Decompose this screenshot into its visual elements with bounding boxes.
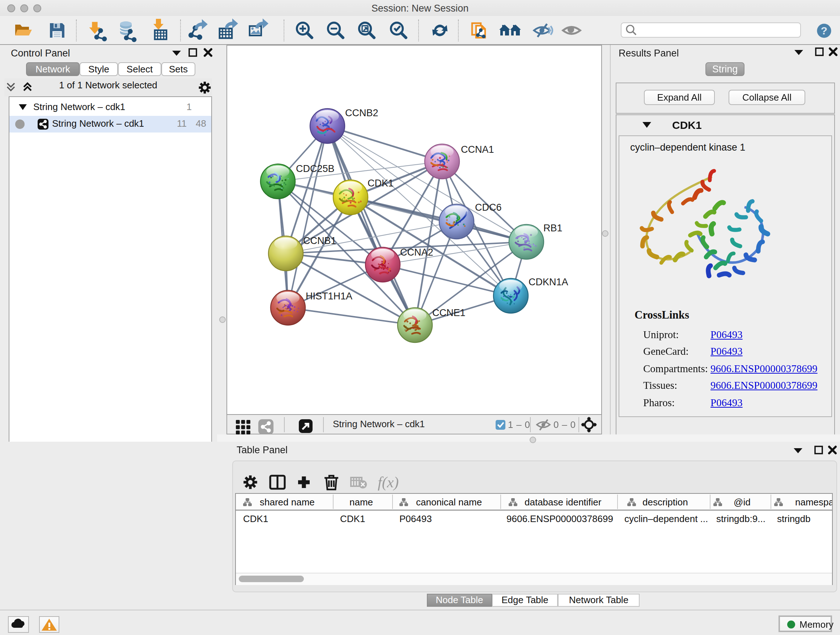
svg-text:CCNA2: CCNA2 [400, 247, 433, 258]
svg-text:@id: @id [734, 497, 751, 508]
svg-text:name: name [349, 497, 373, 508]
svg-text:CDK1: CDK1 [243, 513, 268, 524]
svg-text:RB1: RB1 [543, 223, 562, 233]
svg-text:CDK1: CDK1 [368, 178, 393, 188]
svg-text:?: ? [821, 25, 827, 36]
svg-text:CDC6: CDC6 [475, 202, 502, 213]
svg-text:stringdb: stringdb [777, 513, 811, 524]
svg-text:f(x): f(x) [378, 474, 399, 491]
svg-text:CDKN1A: CDKN1A [529, 277, 568, 287]
svg-text:P06493: P06493 [399, 513, 432, 524]
svg-text:HIST1H1A: HIST1H1A [306, 291, 352, 302]
svg-text:stringdb:9...: stringdb:9... [716, 513, 766, 524]
svg-text:cyclin–dependent ...: cyclin–dependent ... [624, 513, 708, 524]
svg-text:9606.ENSP00000378699: 9606.ENSP00000378699 [507, 513, 613, 524]
svg-text:canonical name: canonical name [416, 497, 482, 508]
svg-text:shared name: shared name [260, 497, 315, 508]
svg-text:CCNB1: CCNB1 [303, 235, 336, 246]
svg-text:CCNE1: CCNE1 [432, 307, 466, 318]
svg-text:namespac: namespac [795, 497, 832, 508]
svg-text:database identifier: database identifier [524, 497, 602, 508]
svg-text:CDC25B: CDC25B [296, 163, 335, 174]
svg-text:CCNB2: CCNB2 [345, 108, 378, 119]
svg-text:CCNA1: CCNA1 [461, 144, 494, 155]
svg-text:description: description [643, 497, 688, 508]
svg-text:0 – 0: 0 – 0 [554, 419, 576, 430]
svg-text:CDK1: CDK1 [340, 513, 365, 524]
svg-text:1 – 0: 1 – 0 [508, 419, 531, 430]
